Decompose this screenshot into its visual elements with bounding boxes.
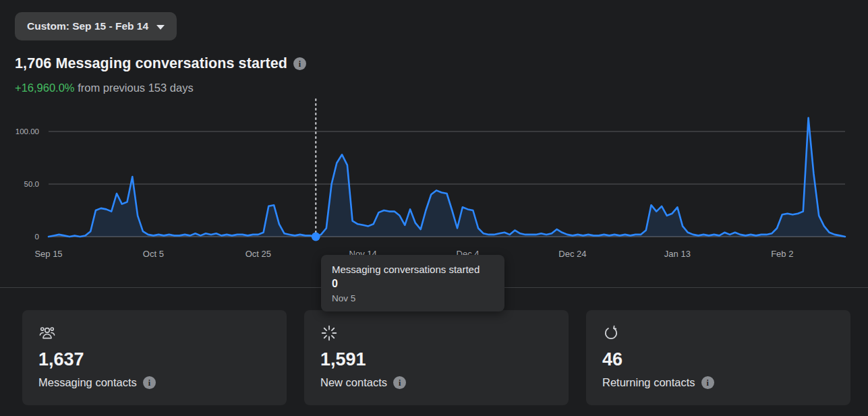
messaging-contacts-card: 1,637 Messaging contacts i bbox=[22, 310, 287, 405]
svg-text:Jan 13: Jan 13 bbox=[664, 249, 691, 259]
metric-cards: 1,637 Messaging contacts i 1,591 New con… bbox=[22, 310, 850, 405]
svg-text:Feb 2: Feb 2 bbox=[771, 249, 793, 259]
info-icon[interactable]: i bbox=[701, 376, 714, 389]
tooltip-value: 0 bbox=[332, 278, 494, 290]
page-title: 1,706 Messaging conversations started bbox=[15, 55, 287, 72]
info-icon[interactable]: i bbox=[143, 376, 156, 389]
change-percent: +16,960.0% bbox=[15, 82, 75, 94]
tooltip-date: Nov 5 bbox=[332, 293, 494, 303]
tooltip-metric-label: Messaging conversations started bbox=[332, 264, 494, 275]
messaging-contacts-value: 1,637 bbox=[38, 349, 270, 370]
burst-icon bbox=[320, 324, 338, 342]
info-icon[interactable]: i bbox=[293, 57, 306, 70]
svg-text:100.00: 100.00 bbox=[16, 127, 39, 136]
new-contacts-card: 1,591 New contacts i bbox=[304, 310, 569, 405]
svg-text:0: 0 bbox=[35, 233, 39, 241]
new-contacts-value: 1,591 bbox=[320, 349, 552, 370]
people-group-icon bbox=[38, 324, 56, 342]
conversations-line-chart[interactable]: 050.0100.00Sep 15Oct 5Oct 25Nov 14Dec 4D… bbox=[0, 94, 868, 270]
svg-text:Oct 5: Oct 5 bbox=[143, 249, 164, 259]
svg-text:Sep 15: Sep 15 bbox=[34, 249, 62, 259]
metric-header: 1,706 Messaging conversations started i bbox=[15, 55, 306, 72]
svg-text:Dec 24: Dec 24 bbox=[558, 249, 586, 259]
change-context: from previous 153 days bbox=[75, 82, 194, 94]
svg-text:Oct 25: Oct 25 bbox=[245, 249, 271, 259]
new-contacts-label: New contacts bbox=[320, 376, 387, 389]
refresh-icon bbox=[602, 324, 620, 342]
date-range-label: Custom: Sep 15 - Feb 14 bbox=[27, 20, 148, 32]
change-summary: +16,960.0% from previous 153 days bbox=[15, 82, 194, 94]
svg-text:50.0: 50.0 bbox=[24, 180, 39, 188]
chart-tooltip: Messaging conversations started 0 Nov 5 bbox=[321, 255, 504, 311]
returning-contacts-card: 46 Returning contacts i bbox=[586, 310, 850, 405]
date-range-selector[interactable]: Custom: Sep 15 - Feb 14 bbox=[15, 12, 177, 40]
returning-contacts-value: 46 bbox=[602, 349, 834, 370]
returning-contacts-label: Returning contacts bbox=[602, 376, 695, 389]
messaging-contacts-label: Messaging contacts bbox=[38, 376, 137, 389]
caret-down-icon bbox=[156, 25, 165, 30]
info-icon[interactable]: i bbox=[393, 376, 406, 389]
